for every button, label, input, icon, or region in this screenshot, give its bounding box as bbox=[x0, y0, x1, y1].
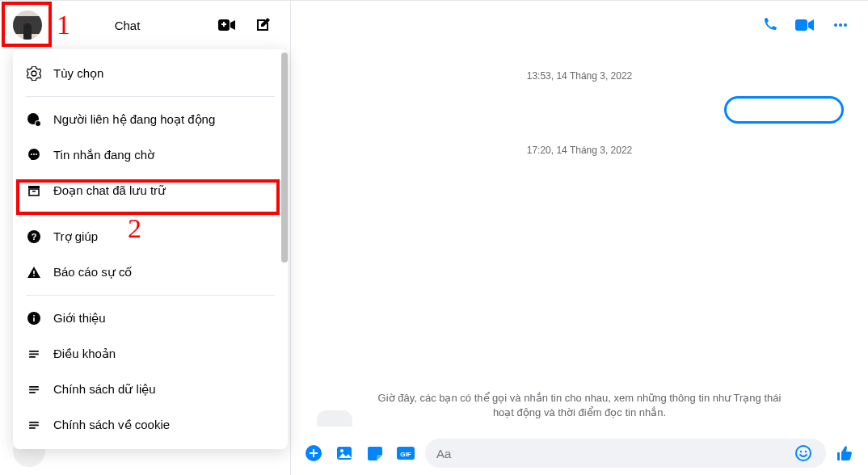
message-input[interactable] bbox=[436, 447, 792, 460]
sidebar: Chat bbox=[0, 1, 291, 475]
document-icon bbox=[26, 381, 42, 397]
help-icon: ? bbox=[26, 229, 42, 245]
svg-rect-19 bbox=[33, 315, 35, 317]
message-input-wrapper[interactable] bbox=[425, 439, 826, 468]
svg-point-42 bbox=[805, 451, 807, 452]
menu-item-preferences[interactable]: Tùy chọn bbox=[13, 56, 288, 91]
svg-text:GIF: GIF bbox=[400, 451, 411, 458]
svg-rect-21 bbox=[29, 354, 39, 355]
sticker-button[interactable] bbox=[364, 442, 386, 464]
menu-item-report[interactable]: Báo cáo sự cố bbox=[13, 254, 288, 290]
more-options-button[interactable] bbox=[826, 11, 855, 40]
conversation-panel: 13:53, 14 Tháng 3, 2022 17:20, 14 Tháng … bbox=[291, 1, 868, 475]
menu-item-terms[interactable]: Điều khoản bbox=[13, 336, 288, 372]
typing-indicator bbox=[317, 410, 352, 427]
user-avatar[interactable] bbox=[13, 11, 42, 40]
smiley-icon bbox=[794, 444, 812, 462]
archive-icon bbox=[26, 183, 42, 199]
new-video-call-button[interactable] bbox=[213, 11, 242, 40]
spacer bbox=[304, 170, 855, 391]
phone-icon bbox=[761, 16, 778, 34]
svg-point-40 bbox=[796, 446, 811, 460]
image-icon bbox=[335, 444, 353, 462]
svg-rect-25 bbox=[29, 392, 36, 393]
svg-text:?: ? bbox=[32, 232, 37, 242]
gif-button[interactable]: GIF bbox=[394, 442, 417, 464]
svg-rect-20 bbox=[29, 351, 39, 352]
svg-point-30 bbox=[834, 23, 837, 27]
sticker-icon bbox=[366, 444, 384, 462]
svg-rect-22 bbox=[29, 356, 36, 358]
menu-item-help[interactable]: ? Trợ giúp bbox=[13, 219, 288, 254]
compose-button[interactable] bbox=[248, 11, 277, 40]
conversation-body: 13:53, 14 Tháng 3, 2022 17:20, 14 Tháng … bbox=[291, 49, 868, 431]
emoji-picker-button[interactable] bbox=[792, 442, 815, 464]
menu-item-data-policy[interactable]: Chính sách dữ liệu bbox=[13, 372, 288, 407]
spacer bbox=[304, 420, 855, 431]
svg-rect-12 bbox=[32, 191, 36, 192]
document-icon bbox=[26, 346, 42, 362]
svg-point-41 bbox=[800, 451, 802, 452]
menu-item-cookie-policy[interactable]: Chính sách về cookie bbox=[13, 407, 288, 443]
video-call-button[interactable] bbox=[790, 11, 820, 40]
svg-rect-35 bbox=[313, 449, 314, 457]
menu-item-active-contacts[interactable]: Người liên hệ đang hoạt động bbox=[13, 102, 288, 137]
voice-call-button[interactable] bbox=[755, 11, 784, 40]
svg-rect-15 bbox=[33, 271, 35, 274]
sidebar-title: Chat bbox=[115, 19, 141, 32]
menu-item-label: Báo cáo sự cố bbox=[53, 265, 132, 280]
svg-point-9 bbox=[36, 153, 37, 155]
sidebar-header: Chat bbox=[0, 1, 290, 49]
menu-item-label: Đoạn chat đã lưu trữ bbox=[53, 183, 166, 198]
svg-rect-11 bbox=[29, 189, 39, 195]
attach-image-button[interactable] bbox=[333, 442, 356, 464]
menu-item-label: Trợ giúp bbox=[53, 229, 98, 244]
app-root: Chat bbox=[0, 0, 868, 475]
conversation-header bbox=[291, 1, 868, 49]
svg-point-8 bbox=[33, 153, 35, 155]
svg-point-5 bbox=[36, 121, 40, 126]
menu-item-about[interactable]: Giới thiệu bbox=[13, 301, 288, 336]
menu-divider bbox=[26, 96, 275, 97]
menu-item-label: Giới thiệu bbox=[53, 311, 106, 326]
svg-rect-29 bbox=[795, 19, 807, 31]
thumbs-up-button[interactable] bbox=[834, 442, 857, 464]
svg-rect-2 bbox=[223, 22, 225, 27]
sidebar-actions bbox=[213, 11, 277, 40]
ellipsis-icon bbox=[832, 16, 849, 34]
menu-item-archived-chats[interactable]: Đoạn chat đã lưu trữ bbox=[13, 173, 288, 208]
active-contact-icon bbox=[26, 111, 42, 128]
info-icon bbox=[26, 310, 42, 326]
compose-icon bbox=[254, 16, 272, 34]
conversation-intro-text: Giờ đây, các bạn có thể gọi và nhắn tin … bbox=[369, 391, 790, 420]
svg-rect-24 bbox=[29, 389, 39, 391]
thumbs-up-icon bbox=[836, 443, 855, 463]
menu-scrollbar[interactable] bbox=[281, 53, 288, 263]
settings-menu: Tùy chọn Người liên hệ đang hoạt động Ti… bbox=[13, 49, 288, 449]
open-more-actions-button[interactable] bbox=[302, 442, 325, 464]
document-icon bbox=[26, 417, 42, 433]
message-timestamp: 17:20, 14 Tháng 3, 2022 bbox=[304, 145, 855, 156]
svg-rect-10 bbox=[28, 186, 40, 188]
svg-rect-23 bbox=[29, 386, 39, 388]
chat-bubble-icon bbox=[26, 147, 42, 163]
menu-divider bbox=[26, 213, 275, 214]
menu-item-label: Điều khoản bbox=[53, 347, 116, 361]
svg-point-37 bbox=[340, 449, 343, 452]
outgoing-message-bubble[interactable] bbox=[724, 96, 844, 124]
video-icon bbox=[794, 17, 815, 33]
gear-icon bbox=[26, 65, 42, 82]
message-timestamp: 13:53, 14 Tháng 3, 2022 bbox=[304, 70, 855, 82]
gif-icon: GIF bbox=[396, 445, 415, 461]
menu-divider bbox=[26, 295, 275, 296]
composer: GIF bbox=[291, 431, 868, 475]
warning-icon bbox=[26, 264, 42, 280]
svg-point-32 bbox=[844, 23, 847, 27]
svg-rect-26 bbox=[29, 422, 39, 423]
menu-item-label: Chính sách về cookie bbox=[53, 418, 170, 432]
menu-item-label: Người liên hệ đang hoạt động bbox=[53, 112, 215, 127]
menu-item-message-requests[interactable]: Tin nhắn đang chờ bbox=[13, 137, 288, 173]
plus-circle-icon bbox=[304, 443, 323, 463]
svg-rect-27 bbox=[29, 425, 39, 427]
menu-item-label: Tin nhắn đang chờ bbox=[53, 148, 154, 162]
